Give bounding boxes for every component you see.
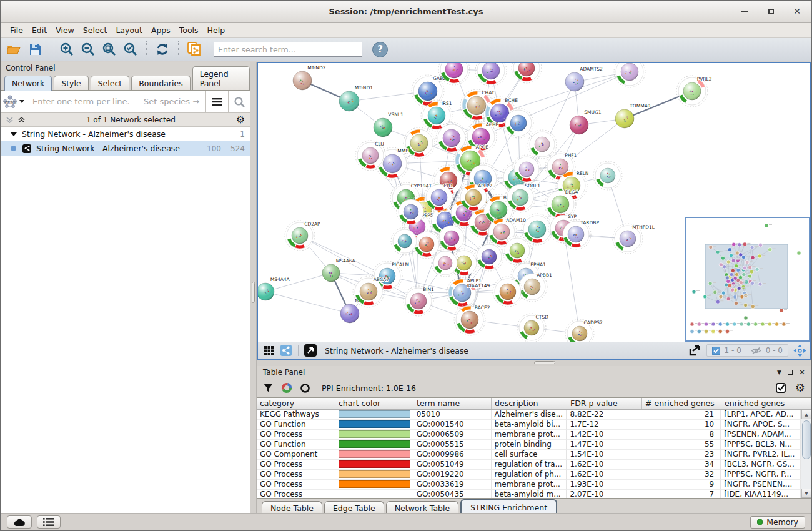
network-node[interactable] bbox=[522, 214, 553, 245]
table-row[interactable]: GO ProcessGO:0033619membrane prot...1.93… bbox=[257, 480, 801, 490]
vertical-splitter[interactable] bbox=[250, 62, 257, 514]
column-header-description[interactable]: description bbox=[492, 398, 567, 409]
tab-style[interactable]: Style bbox=[54, 76, 88, 90]
hidden-eye-icon[interactable] bbox=[751, 347, 761, 355]
chart-donut-icon[interactable] bbox=[281, 382, 292, 394]
export-network-icon[interactable] bbox=[688, 344, 701, 357]
tab-select[interactable]: Select bbox=[91, 76, 130, 90]
menu-file[interactable]: File bbox=[6, 24, 27, 37]
network-node[interactable]: CLU bbox=[355, 141, 385, 171]
open-session-button[interactable] bbox=[4, 40, 23, 59]
splitter-handle[interactable] bbox=[534, 361, 555, 364]
scroll-up-button[interactable]: ▲ bbox=[801, 410, 811, 419]
network-node[interactable] bbox=[593, 161, 622, 190]
horizontal-splitter[interactable] bbox=[257, 360, 811, 366]
network-node[interactable] bbox=[614, 63, 645, 87]
tab-network[interactable]: Network bbox=[4, 76, 52, 91]
select-columns-icon[interactable] bbox=[776, 383, 786, 394]
collapse-all-icon[interactable] bbox=[6, 116, 14, 124]
network-node[interactable]: MT-ND2 bbox=[293, 65, 326, 90]
network-canvas[interactable]: MT-ND2MT-ND1VSNL1GAB2ADAMTS2PVRL2TOMM40S… bbox=[258, 63, 810, 342]
network-node[interactable] bbox=[493, 277, 523, 307]
scroll-down-button[interactable]: ▼ bbox=[801, 489, 811, 498]
zoom-in-button[interactable] bbox=[57, 40, 76, 59]
panel-close-icon[interactable]: ✕ bbox=[799, 368, 805, 377]
share-view-button[interactable] bbox=[279, 344, 293, 357]
ring-chart-icon[interactable] bbox=[300, 383, 310, 394]
network-node[interactable]: MTHFD1L bbox=[613, 224, 655, 254]
network-node[interactable] bbox=[512, 63, 542, 83]
gear-icon[interactable]: ⚙ bbox=[236, 115, 245, 125]
table-row[interactable]: GO ProcessGO:0051049regulation of tra...… bbox=[257, 460, 801, 470]
selected-checkbox-icon[interactable] bbox=[712, 347, 720, 355]
table-row[interactable]: GO ProcessGO:0019220regulation of ph...1… bbox=[257, 470, 801, 480]
zoom-fit-button[interactable] bbox=[100, 40, 119, 59]
minimize-button[interactable] bbox=[739, 6, 750, 17]
network-node[interactable] bbox=[404, 127, 435, 159]
table-row[interactable]: GO ProcessGO:0006509membrane prot...1.42… bbox=[257, 430, 801, 440]
splitter-handle[interactable] bbox=[252, 282, 255, 303]
panel-menu-icon[interactable]: ▼ bbox=[777, 369, 781, 375]
network-node[interactable]: PVRL2 bbox=[676, 76, 712, 107]
network-node[interactable] bbox=[432, 249, 459, 277]
column-header-term-name[interactable]: term name bbox=[413, 398, 492, 409]
search-input[interactable] bbox=[214, 42, 362, 57]
refresh-button[interactable] bbox=[153, 40, 172, 59]
column-header-enriched-genes[interactable]: enriched genes bbox=[721, 398, 801, 409]
tab-legend-panel[interactable]: Legend Panel bbox=[192, 66, 250, 90]
task-history-button[interactable] bbox=[7, 515, 32, 529]
menu-edit[interactable]: Edit bbox=[27, 24, 51, 37]
menu-apps[interactable]: Apps bbox=[147, 24, 175, 37]
network-node[interactable]: TOMM40 bbox=[615, 103, 650, 128]
network-node[interactable]: ADAMTS2 bbox=[565, 66, 603, 91]
filter-icon[interactable] bbox=[263, 383, 274, 393]
network-row[interactable]: String Network - Alzheimer's disease 100… bbox=[1, 141, 250, 156]
network-node[interactable]: MS4A6A bbox=[322, 258, 356, 282]
scroll-thumb[interactable] bbox=[802, 420, 811, 459]
string-protein-query-selector[interactable]: STRING bbox=[1, 91, 27, 112]
expand-all-icon[interactable] bbox=[17, 116, 26, 124]
network-node[interactable]: BACE2 bbox=[454, 304, 490, 335]
string-query-input[interactable] bbox=[27, 91, 144, 112]
network-node[interactable] bbox=[475, 63, 507, 86]
vertical-scrollbar[interactable]: ▲ ▼ bbox=[801, 410, 811, 498]
close-button[interactable]: ✕ bbox=[791, 6, 803, 17]
menu-help[interactable]: Help bbox=[203, 24, 230, 37]
string-search-button[interactable] bbox=[228, 91, 250, 112]
table-row[interactable]: GO ComponentGO:0009986cell surface1.54E-… bbox=[257, 450, 801, 460]
zoom-out-button[interactable] bbox=[79, 40, 97, 59]
column-header-category[interactable]: category bbox=[257, 398, 335, 409]
grid-view-button[interactable] bbox=[262, 344, 275, 357]
table-row[interactable]: KEGG Pathways05010Alzheimer's dise...8.8… bbox=[257, 410, 801, 420]
network-collection-row[interactable]: String Network - Alzheimer's disease 1 bbox=[1, 127, 250, 141]
tree-expander-icon[interactable] bbox=[11, 132, 17, 136]
pan-compass-icon[interactable] bbox=[793, 344, 806, 357]
zoom-selected-button[interactable] bbox=[121, 40, 140, 59]
menu-layout[interactable]: Layout bbox=[111, 24, 147, 37]
column-header-FDR-p-value[interactable]: FDR p-value bbox=[567, 398, 642, 409]
network-node[interactable]: APLP1KIAA1149 bbox=[447, 277, 490, 309]
network-node[interactable]: VSNL1 bbox=[374, 112, 404, 137]
birds-eye-view[interactable] bbox=[685, 217, 810, 342]
settings-gear-icon[interactable]: ⚙ bbox=[795, 382, 805, 394]
menu-view[interactable]: View bbox=[51, 24, 79, 37]
memory-button[interactable]: Memory bbox=[750, 516, 805, 529]
network-node[interactable]: CADPS2 bbox=[565, 319, 603, 342]
network-node[interactable] bbox=[528, 130, 557, 159]
menu-tools[interactable]: Tools bbox=[175, 24, 203, 37]
column-header-chart-color[interactable]: chart color bbox=[335, 398, 413, 409]
table-row[interactable]: GO FunctionGO:0001540beta-amyloid bi...1… bbox=[257, 420, 801, 430]
table-row[interactable]: GO FunctionGO:0005515protein binding1.47… bbox=[257, 440, 801, 450]
tab-boundaries[interactable]: Boundaries bbox=[131, 76, 190, 90]
table-row[interactable]: GO ProcessGO:0050435beta-amyloid m...2.0… bbox=[257, 490, 801, 498]
string-options-button[interactable] bbox=[205, 91, 227, 112]
network-node[interactable]: BIN1 bbox=[404, 286, 434, 316]
network-node[interactable]: CD2AP bbox=[285, 221, 320, 251]
network-node[interactable]: CTSD bbox=[517, 314, 548, 342]
save-session-button[interactable] bbox=[26, 40, 44, 59]
help-button[interactable]: ? bbox=[372, 42, 388, 57]
panel-float-icon[interactable] bbox=[788, 370, 793, 375]
task-list-button[interactable] bbox=[37, 515, 61, 529]
network-node[interactable]: MT-ND1 bbox=[339, 85, 373, 111]
network-node[interactable] bbox=[438, 63, 470, 85]
